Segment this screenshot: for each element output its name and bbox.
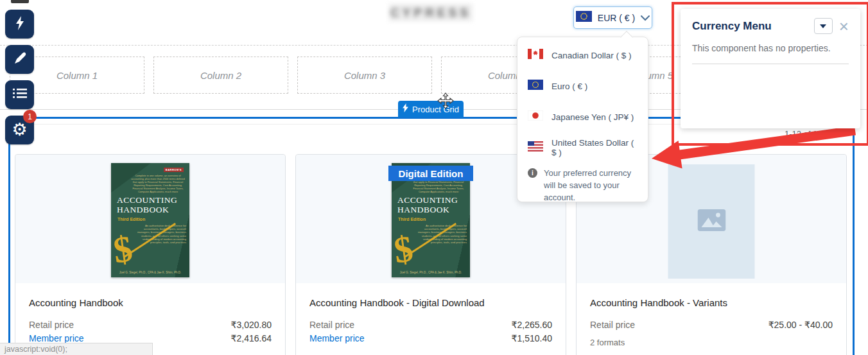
book-cover: BARRON'S Complete in one volume, an over…	[111, 163, 189, 277]
list-icon	[13, 88, 27, 101]
price-label: Retail price	[309, 320, 354, 330]
product-card: BARRON'S Complete in one volume, an over…	[15, 154, 286, 355]
currency-option-label: Canadian Dollar ( $ )	[551, 51, 632, 60]
image-placeholder-icon	[697, 209, 725, 234]
pagination-status: 1-12 of 16 items	[785, 129, 844, 139]
selection-border-right	[853, 117, 855, 355]
currency-option-label: United States Dollar ( $ )	[551, 138, 638, 157]
price-row: Member price ₹2,416.64	[29, 333, 272, 343]
cover-edition: Third Edition	[117, 217, 145, 221]
site-logo: CYPRESS	[389, 4, 473, 21]
properties-panel-title: Currency Menu	[692, 20, 814, 33]
currency-option-cad[interactable]: Canadian Dollar ( $ )	[517, 40, 648, 71]
formats-label: 2 formats	[590, 338, 833, 347]
panel-divider	[692, 64, 849, 64]
currency-option-eur[interactable]: Euro ( € )	[517, 71, 648, 101]
canada-flag-icon	[528, 49, 543, 62]
eu-flag-icon	[576, 11, 592, 24]
sidebar-button-structure[interactable]	[5, 80, 34, 109]
price-row: Retail price ₹25.00 - ₹40.00	[590, 320, 833, 330]
cover-title: ACCOUNTING HANDBOOK	[117, 195, 184, 214]
price-row: Retail price ₹2,265.60	[309, 320, 552, 330]
price-label: Retail price	[590, 320, 635, 330]
lightning-icon	[14, 15, 26, 33]
product-title: Accounting Handbook	[29, 297, 272, 308]
currency-note-text: Your preferred currency will be saved to…	[544, 167, 638, 203]
cover-blurb-top: Complete in one volume, an overview of a…	[130, 174, 186, 193]
properties-panel-header: Currency Menu ×	[692, 18, 849, 34]
chevron-down-icon	[641, 12, 650, 24]
cover-authors: Joel G. Siegel, Ph.D., CPA & Jae K. Shim…	[392, 271, 470, 274]
price-row: Member price ₹1,510.40	[309, 333, 552, 343]
info-icon: i	[528, 168, 537, 178]
us-flag-icon	[528, 141, 543, 154]
properties-empty-message: This component has no properties.	[692, 43, 849, 53]
panel-close-button[interactable]: ×	[839, 20, 849, 33]
caret-down-icon	[820, 24, 826, 28]
eu-flag-icon	[528, 80, 543, 92]
panel-collapse-button[interactable]	[814, 18, 833, 34]
price-value: ₹2,416.64	[231, 333, 272, 343]
column-label: Column 2	[200, 70, 241, 81]
product-title: Accounting Handbook - Digital Download	[309, 297, 552, 308]
dollar-sign-art: $	[111, 230, 135, 269]
currency-selector-button[interactable]: EUR ( € )	[573, 6, 652, 29]
properties-panel: Currency Menu × This component has no pr…	[681, 9, 860, 128]
price-row: Retail price ₹3,020.80	[29, 320, 272, 330]
status-bar: javascript:void(0);	[0, 343, 153, 355]
partial-toolbar-icon	[11, 0, 29, 3]
member-price-link[interactable]: Member price	[29, 333, 84, 343]
member-price-link[interactable]: Member price	[309, 333, 365, 343]
dollar-sign-art: $	[392, 230, 415, 269]
sidebar-button-theme[interactable]	[5, 45, 34, 74]
product-image[interactable]: BARRON'S Complete in one volume, an over…	[15, 155, 285, 283]
cover-edition: Third Edition	[398, 217, 426, 221]
cover-title: ACCOUNTING HANDBOOK	[397, 195, 465, 214]
selection-border-left	[8, 117, 10, 355]
japan-flag-icon	[528, 110, 543, 123]
currency-label: EUR ( € )	[598, 13, 635, 23]
product-title: Accounting Handbook - Variants	[590, 297, 833, 308]
gear-icon: ⚙	[12, 121, 27, 139]
column-placeholder-2[interactable]: Column 2	[153, 56, 288, 94]
price-value: ₹2,265.60	[512, 320, 552, 330]
sidebar-button-components[interactable]	[5, 10, 34, 39]
notification-badge: 1	[23, 110, 37, 123]
digital-edition-banner: Digital Edition	[388, 166, 473, 181]
currency-option-label: Japanese Yen ( JP¥ )	[551, 112, 634, 122]
column-placeholder-3[interactable]: Column 3	[297, 56, 432, 94]
move-cursor-icon	[437, 92, 454, 112]
price-value: ₹25.00 - ₹40.00	[768, 320, 833, 330]
image-placeholder	[668, 164, 755, 279]
currency-option-jpy[interactable]: Japanese Yen ( JP¥ )	[517, 101, 648, 132]
price-label: Retail price	[29, 320, 74, 330]
column-label: Column 3	[344, 70, 385, 81]
price-value: ₹3,020.80	[231, 320, 272, 330]
currency-dropdown-menu: Canadian Dollar ( $ ) Euro ( € ) Japanes…	[517, 37, 648, 202]
cover-authors: Joel G. Siegel, Ph.D., CPA & Jae K. Shim…	[111, 271, 189, 274]
currency-option-label: Euro ( € )	[551, 82, 587, 91]
currency-note: i Your preferred currency will be saved …	[517, 163, 648, 203]
price-value: ₹1,510.40	[512, 333, 552, 343]
column-label: Column 1	[56, 70, 98, 81]
lightning-icon	[403, 103, 408, 115]
currency-option-usd[interactable]: United States Dollar ( $ )	[517, 132, 648, 163]
brush-icon	[13, 52, 26, 67]
publisher-badge: BARRON'S	[164, 168, 184, 172]
